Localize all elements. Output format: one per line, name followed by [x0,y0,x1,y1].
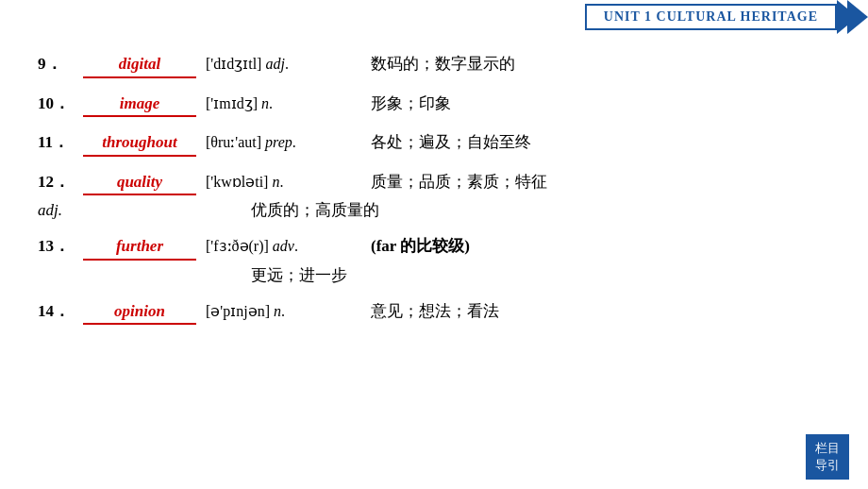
vocab-row-11: 11． throughout [θruː'aut] prep. 各处；遍及；自始… [38,130,830,157]
vocab-num-9: 9． [38,52,83,76]
adj-quality-row: adj. 优质的；高质量的 [38,199,830,221]
vocab-phonetic-13: ['fɜːðə(r)] adv. [206,235,371,258]
vocab-list: 9． digital ['dɪdʒɪtl] adj. 数码的；数字显示的 10．… [38,52,830,338]
vocab-meaning-9: 数码的；数字显示的 [371,52,830,76]
vocab-word-10: image [83,92,196,118]
vocab-word-9: digital [83,52,196,78]
vocab-meaning-12: 质量；品质；素质；特征 [371,170,830,194]
further-meaning-2: 更远；进一步 [251,264,830,286]
vocab-meaning-10: 形象；印象 [371,92,830,116]
vocab-row-13: 13． further ['fɜːðə(r)] adv. (far 的比较级) [38,234,830,261]
unit-title: UNIT 1 CULTURAL HERITAGE [604,9,818,24]
vocab-meaning-14: 意见；想法；看法 [371,299,830,324]
bottom-nav-button[interactable]: 栏目 导引 [806,434,849,480]
vocab-phonetic-10: ['ɪmɪdʒ] n. [206,93,371,115]
further-sub-meaning: 更远；进一步 [38,264,830,286]
vocab-phonetic-14: [ə'pɪnjən] n. [206,300,371,323]
vocab-row-14: 14． opinion [ə'pɪnjən] n. 意见；想法；看法 [38,299,830,326]
vocab-word-14: opinion [83,299,196,326]
header-arrow-2 [847,0,868,34]
vocab-num-12: 12． [38,170,83,194]
vocab-phonetic-9: ['dɪdʒɪtl] adj. [206,53,371,76]
vocab-num-13: 13． [38,234,83,259]
vocab-word-11: throughout [83,130,196,157]
bottom-nav-line2: 导引 [815,457,840,474]
vocab-meaning-11: 各处；遍及；自始至终 [371,130,830,155]
vocab-row-9: 9． digital ['dɪdʒɪtl] adj. 数码的；数字显示的 [38,52,830,78]
vocab-word-13: further [83,234,196,261]
vocab-num-11: 11． [38,130,83,155]
vocab-num-14: 14． [38,299,83,324]
header-bar: UNIT 1 CULTURAL HERITAGE [585,0,868,34]
adj-label: adj. [38,201,83,220]
vocab-meaning-13a: (far 的比较级) [371,234,470,259]
header-title: UNIT 1 CULTURAL HERITAGE [585,4,837,30]
vocab-num-10: 10． [38,92,83,116]
vocab-phonetic-11: [θruː'aut] prep. [206,131,371,154]
bottom-nav-line1: 栏目 [815,440,840,457]
vocab-phonetic-12: ['kwɒləti] n. [206,171,371,194]
vocab-row-12: 12． quality ['kwɒləti] n. 质量；品质；素质；特征 [38,170,830,196]
vocab-row-10: 10． image ['ɪmɪdʒ] n. 形象；印象 [38,92,830,118]
adj-meaning: 优质的；高质量的 [251,199,379,221]
vocab-word-12: quality [83,170,196,196]
